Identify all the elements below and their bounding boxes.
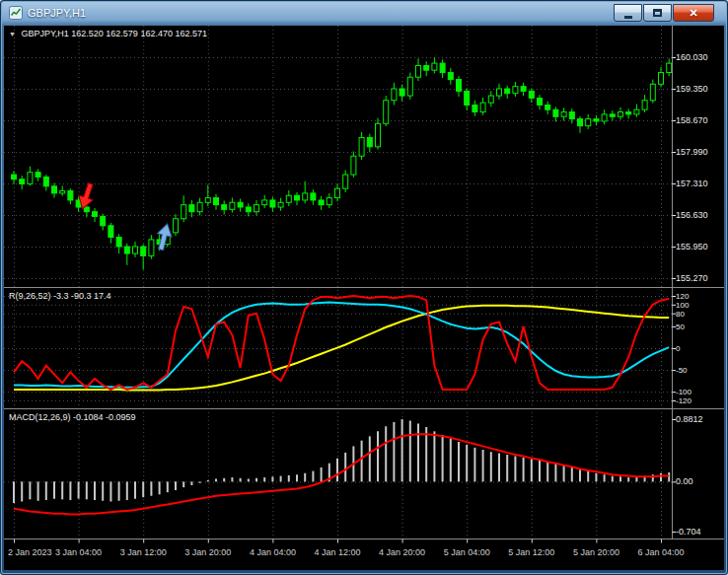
svg-text:3 Jan 12:00: 3 Jan 12:00 [120, 547, 167, 557]
svg-text:155.270: 155.270 [676, 273, 708, 283]
svg-text:157.310: 157.310 [676, 179, 708, 188]
svg-text:5 Jan 04:00: 5 Jan 04:00 [444, 547, 490, 557]
svg-text:50: 50 [676, 323, 685, 331]
chart-area: 160.030159.350158.670157.990157.310156.6… [4, 26, 724, 570]
window-controls: ✕ [614, 4, 714, 22]
svg-text:0: 0 [676, 344, 681, 353]
svg-text:3 Jan 20:00: 3 Jan 20:00 [184, 547, 231, 557]
svg-text:-120: -120 [676, 396, 692, 405]
svg-text:5 Jan 20:00: 5 Jan 20:00 [573, 547, 619, 557]
ohlc-info: ▼ GBPJPY,H1 162.520 162.579 162.470 162.… [9, 29, 207, 39]
minimize-icon [624, 16, 632, 19]
ohlc-text: GBPJPY,H1 162.520 162.579 162.470 162.57… [21, 29, 207, 38]
indicator1-label: R(9,26,52) -3.3 -90.3 17.4 [9, 291, 111, 301]
svg-text:0.00: 0.00 [676, 476, 693, 486]
maximize-icon [653, 9, 662, 17]
svg-text:5 Jan 12:00: 5 Jan 12:00 [508, 547, 554, 557]
svg-text:4 Jan 20:00: 4 Jan 20:00 [379, 547, 425, 557]
svg-text:-50: -50 [676, 366, 688, 375]
svg-text:-100: -100 [676, 388, 692, 396]
svg-text:160.030: 160.030 [676, 52, 708, 62]
macd-label: MACD(12,26,9) -0.1084 -0.0959 [9, 412, 136, 422]
close-icon: ✕ [689, 8, 697, 19]
chart-canvas[interactable]: 160.030159.350158.670157.990157.310156.6… [4, 26, 724, 570]
svg-text:4 Jan 12:00: 4 Jan 12:00 [314, 547, 360, 557]
svg-text:120: 120 [676, 292, 690, 301]
svg-text:156.630: 156.630 [676, 210, 708, 220]
chart-window: GBPJPY,H1 ✕ 160.030159.350158.670157.990… [0, 0, 728, 575]
svg-text:157.990: 157.990 [676, 147, 708, 157]
chart-window-icon [9, 6, 23, 20]
svg-text:2 Jan 2023: 2 Jan 2023 [8, 547, 52, 557]
svg-text:4 Jan 04:00: 4 Jan 04:00 [250, 547, 296, 557]
svg-text:0.8812: 0.8812 [676, 414, 703, 424]
svg-text:3 Jan 04:00: 3 Jan 04:00 [55, 547, 102, 557]
svg-text:100: 100 [676, 301, 690, 310]
window-title: GBPJPY,H1 [28, 7, 86, 19]
svg-text:-0.704: -0.704 [676, 527, 701, 537]
svg-text:6 Jan 04:00: 6 Jan 04:00 [637, 547, 684, 557]
svg-text:158.670: 158.670 [676, 115, 708, 125]
svg-text:80: 80 [676, 310, 685, 319]
svg-text:155.950: 155.950 [676, 242, 708, 252]
minimize-button[interactable] [614, 4, 642, 22]
titlebar[interactable]: GBPJPY,H1 ✕ [0, 0, 728, 26]
svg-text:159.350: 159.350 [676, 84, 708, 94]
maximize-button[interactable] [643, 4, 672, 22]
symbol-dropdown-icon[interactable]: ▼ [9, 31, 16, 37]
close-button[interactable]: ✕ [673, 4, 714, 22]
